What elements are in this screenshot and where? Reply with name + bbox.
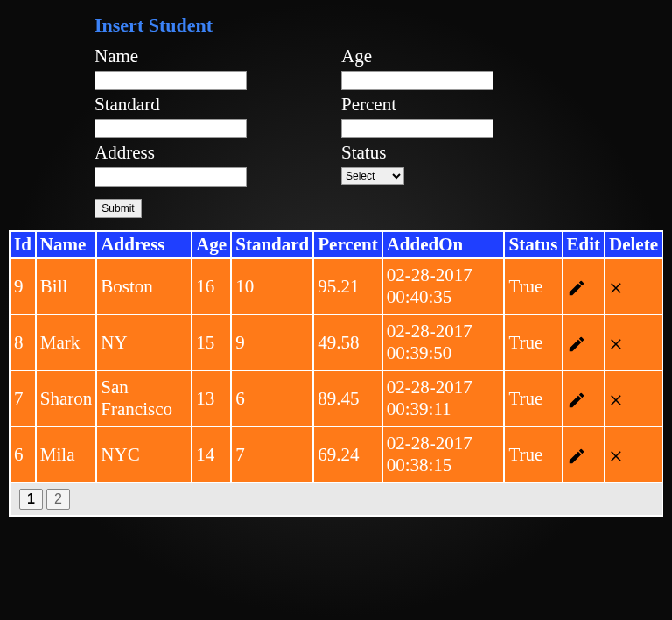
delete-cell [605,426,662,483]
cell-age: 15 [192,314,231,370]
edit-button[interactable] [567,331,586,352]
cell-status: True [504,314,562,370]
pencil-icon [567,391,586,410]
cell-name: Bill [36,258,97,314]
cell-age: 16 [192,258,231,314]
col-delete: Delete [605,231,662,258]
cell-id: 7 [10,370,36,426]
delete-button[interactable] [609,388,625,409]
close-icon [609,336,625,352]
cell-addedon: 02-28-2017 00:38:15 [382,426,505,483]
cell-name: Mila [36,426,97,483]
close-icon [609,280,625,296]
cell-address: NY [96,314,192,370]
cell-standard: 7 [231,426,313,483]
delete-cell [605,258,662,314]
cell-id: 8 [10,314,36,370]
form-right-column: Age Percent Status Select [341,42,494,218]
delete-cell [605,370,662,426]
table-header-row: IdNameAddressAgeStandardPercentAddedOnSt… [10,231,662,258]
name-label: Name [94,46,247,67]
standard-field[interactable] [94,119,247,138]
delete-button[interactable] [609,332,625,353]
address-field[interactable] [94,167,247,187]
cell-addedon: 02-28-2017 00:40:35 [382,258,505,314]
delete-button[interactable] [609,444,625,465]
delete-cell [605,314,662,370]
cell-name: Sharon [36,370,97,426]
page-2-button[interactable]: 2 [46,489,70,510]
table-row: 8MarkNY15949.5802-28-2017 00:39:50True [10,314,662,370]
delete-button[interactable] [609,276,625,297]
cell-addedon: 02-28-2017 00:39:11 [382,370,505,426]
edit-cell [563,426,606,483]
table-row: 6MilaNYC14769.2402-28-2017 00:38:15True [10,426,662,483]
col-name: Name [36,231,97,258]
cell-address: Boston [96,258,192,314]
edit-cell [563,370,606,426]
col-status: Status [504,231,562,258]
cell-standard: 10 [231,258,313,314]
close-icon [609,392,625,408]
cell-percent: 95.21 [313,258,382,314]
col-edit: Edit [563,231,606,258]
col-percent: Percent [313,231,382,258]
page-1-button[interactable]: 1 [19,489,43,510]
edit-cell [563,258,606,314]
cell-id: 6 [10,426,36,483]
col-address: Address [96,231,192,258]
cell-status: True [504,426,562,483]
col-standard: Standard [231,231,313,258]
cell-percent: 49.58 [313,314,382,370]
edit-button[interactable] [567,275,586,296]
cell-age: 14 [192,426,231,483]
edit-cell [563,314,606,370]
percent-field[interactable] [341,119,494,138]
cell-address: San Francisco [96,370,192,426]
name-field[interactable] [94,71,247,90]
table-row: 9BillBoston161095.2102-28-2017 00:40:35T… [10,258,662,314]
pagination: 12 [9,483,663,517]
pencil-icon [567,335,586,354]
col-id: Id [10,231,36,258]
age-label: Age [341,46,494,67]
cell-addedon: 02-28-2017 00:39:50 [382,314,505,370]
col-age: Age [192,231,231,258]
cell-age: 13 [192,370,231,426]
status-select[interactable]: Select [341,167,404,185]
edit-button[interactable] [567,387,586,408]
submit-button[interactable]: Submit [94,199,142,218]
age-field[interactable] [341,71,494,90]
cell-id: 9 [10,258,36,314]
standard-label: Standard [94,94,247,116]
form-title: Insert Student [94,14,672,37]
col-addedon: AddedOn [382,231,505,258]
cell-percent: 89.45 [313,370,382,426]
edit-button[interactable] [567,443,586,464]
pencil-icon [567,447,586,466]
insert-student-form: Insert Student Name Standard Address Sub… [0,0,672,218]
table-row: 7SharonSan Francisco13689.4502-28-2017 0… [10,370,662,426]
pencil-icon [567,278,586,298]
close-icon [609,448,625,464]
cell-standard: 6 [231,370,313,426]
students-table: IdNameAddressAgeStandardPercentAddedOnSt… [9,230,663,483]
cell-address: NYC [96,426,192,483]
cell-status: True [504,370,562,426]
status-label: Status [341,142,494,164]
form-left-column: Name Standard Address Submit [94,42,247,218]
percent-label: Percent [341,94,494,116]
cell-standard: 9 [231,314,313,370]
cell-status: True [504,258,562,314]
cell-name: Mark [36,314,97,370]
cell-percent: 69.24 [313,426,382,483]
address-label: Address [94,142,247,164]
